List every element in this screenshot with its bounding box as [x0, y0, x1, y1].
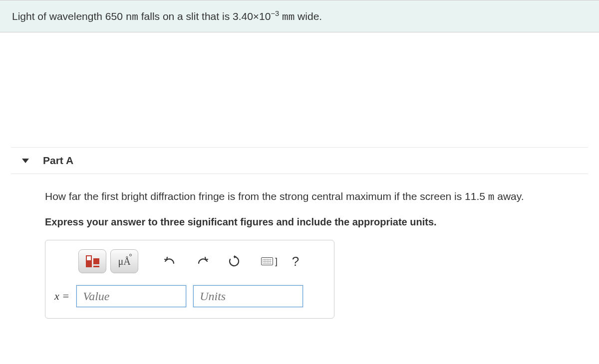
undo-button[interactable] [156, 249, 184, 273]
undo-icon [164, 256, 177, 267]
help-button[interactable]: ? [282, 249, 309, 273]
question-unit: m [488, 191, 495, 203]
equation-toolbar: μÅ [54, 249, 325, 273]
exponent: −3 [271, 9, 279, 17]
problem-text-1: Light of wavelength 650 [12, 10, 126, 22]
reset-icon [228, 255, 241, 268]
unit-mm: mm [282, 11, 295, 23]
question-pre: How far the first bright diffraction fri… [45, 190, 488, 202]
unit-nm: nm [126, 11, 138, 23]
part-header[interactable]: Part A [11, 147, 588, 174]
reset-button[interactable] [220, 249, 248, 273]
part-title: Part A [43, 155, 73, 167]
variable-label: x = [54, 290, 69, 303]
templates-button[interactable] [78, 249, 106, 273]
value-input[interactable] [76, 285, 186, 307]
redo-icon [196, 256, 209, 267]
keyboard-button[interactable]: ] [261, 249, 278, 273]
keyboard-icon [261, 257, 273, 265]
answer-instruction: Express your answer to three significant… [45, 216, 588, 228]
question-post: away. [494, 190, 524, 202]
templates-icon [86, 255, 99, 267]
symbols-button[interactable]: μÅ [110, 249, 138, 273]
question-block: How far the first bright diffraction fri… [0, 174, 599, 319]
answer-input-row: x = [54, 285, 325, 307]
chevron-down-icon [22, 159, 29, 163]
problem-statement: Light of wavelength 650 nm falls on a sl… [0, 0, 599, 32]
spacer [0, 32, 599, 147]
question-text: How far the first bright diffraction fri… [45, 189, 588, 204]
answer-box: μÅ [45, 240, 334, 319]
problem-text-2: falls on a slit that is 3.40×10 [138, 10, 271, 22]
problem-text-3: wide. [295, 10, 322, 22]
redo-button[interactable] [188, 249, 216, 273]
help-icon: ? [292, 254, 299, 269]
units-input[interactable] [193, 285, 303, 307]
symbols-icon: μÅ [118, 256, 130, 267]
